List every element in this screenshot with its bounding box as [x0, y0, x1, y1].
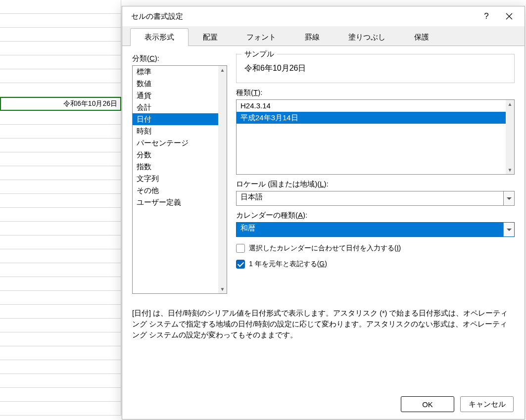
close-button[interactable] — [499, 8, 520, 24]
type-label: 種類(T): — [236, 88, 515, 97]
locale-label: ロケール (国または地域)(L): — [236, 180, 515, 189]
category-item[interactable]: ユーザー定義 — [133, 196, 227, 208]
category-item[interactable]: その他 — [133, 185, 227, 196]
sample-group: サンプル 令和6年10月26日 — [236, 54, 515, 83]
category-label: 分類(C): — [132, 54, 227, 63]
cancel-button[interactable]: キャンセル — [460, 396, 514, 412]
ok-button[interactable]: OK — [401, 396, 454, 412]
format-cells-dialog: セルの書式設定 表示形式 配置 フォント 罫線 塗りつぶし 保護 分類(C): … — [122, 6, 525, 420]
calendar-select[interactable]: 和暦 — [236, 222, 515, 237]
category-item[interactable]: 標準 — [133, 66, 227, 78]
locale-select[interactable]: 日本語 — [236, 191, 515, 206]
dialog-title: セルの書式設定 — [131, 12, 183, 21]
gannen-checkbox[interactable] — [236, 260, 245, 269]
category-item[interactable]: 日付 — [133, 113, 227, 125]
tab-number-format[interactable]: 表示形式 — [130, 28, 189, 46]
tab-fill[interactable]: 塗りつぶし — [334, 28, 400, 46]
scroll-up-icon[interactable]: ▲ — [218, 66, 227, 74]
tab-protection[interactable]: 保護 — [400, 28, 443, 46]
type-item[interactable]: 平成24年3月14日 — [237, 112, 514, 124]
tab-strip: 表示形式 配置 フォント 罫線 塗りつぶし 保護 — [122, 26, 525, 46]
category-item[interactable]: パーセンテージ — [133, 137, 227, 149]
calendar-label: カレンダーの種類(A): — [236, 211, 515, 220]
titlebar: セルの書式設定 — [122, 6, 525, 26]
tab-font[interactable]: フォント — [232, 28, 290, 46]
type-listbox[interactable]: H24.3.14平成24年3月14日 ▲ ▼ — [236, 99, 515, 175]
match-calendar-checkbox[interactable] — [236, 244, 245, 253]
format-description: [日付] は、日付/時刻のシリアル値を日付形式で表示します。アスタリスク (*)… — [132, 308, 514, 340]
scroll-down-icon[interactable]: ▼ — [506, 166, 514, 174]
category-item[interactable]: 時刻 — [133, 125, 227, 137]
match-calendar-label: 選択したカレンダーに合わせて日付を入力する(I) — [249, 244, 401, 253]
help-button[interactable] — [476, 8, 497, 24]
scroll-down-icon[interactable]: ▼ — [218, 285, 227, 293]
sample-value: 令和6年10月26日 — [243, 60, 507, 77]
category-item[interactable]: 会計 — [133, 101, 227, 113]
category-listbox[interactable]: 標準数値通貨会計日付時刻パーセンテージ分数指数文字列その他ユーザー定義 ▲ ▼ — [132, 65, 227, 294]
listbox-scrollbar[interactable]: ▲ ▼ — [218, 66, 227, 293]
category-item[interactable]: 分数 — [133, 149, 227, 161]
spreadsheet-cells: 令和6年10月26日 — [0, 0, 121, 420]
type-item[interactable]: H24.3.14 — [237, 100, 514, 112]
scroll-up-icon[interactable]: ▲ — [506, 100, 514, 108]
type-scrollbar[interactable]: ▲ ▼ — [506, 100, 514, 174]
tab-alignment[interactable]: 配置 — [189, 28, 232, 46]
sample-label: サンプル — [241, 49, 277, 59]
category-item[interactable]: 指数 — [133, 161, 227, 173]
category-item[interactable]: 通貨 — [133, 90, 227, 101]
tab-border[interactable]: 罫線 — [290, 28, 334, 46]
gannen-label: 1 年を元年と表記する(G) — [249, 260, 327, 269]
category-item[interactable]: 文字列 — [133, 173, 227, 185]
active-cell[interactable]: 令和6年10月26日 — [0, 97, 121, 111]
category-item[interactable]: 数値 — [133, 78, 227, 90]
